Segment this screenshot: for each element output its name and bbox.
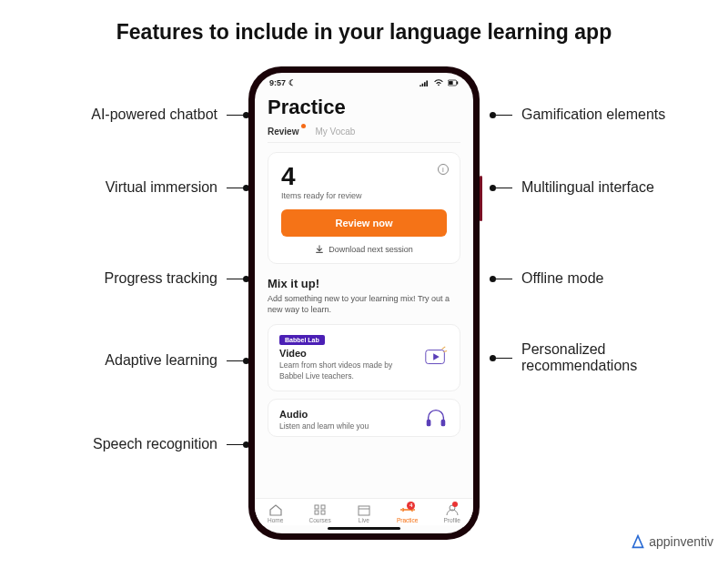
status-bar: 9:57 ☾	[255, 73, 473, 90]
feature-label: Gamification elements	[521, 106, 665, 123]
feature-label: Adaptive learning	[105, 352, 217, 369]
feature-virtual-immersion: Virtual immersion	[106, 179, 249, 196]
feature-personalized: Personalized recommendations	[490, 341, 708, 374]
signal-icon	[419, 79, 430, 86]
download-next-link[interactable]: Download next session	[281, 245, 447, 254]
bottom-nav: Home Courses Live 4 Practice	[255, 498, 473, 525]
feature-gamification: Gamification elements	[490, 106, 665, 123]
tab-review[interactable]: Review	[268, 127, 298, 137]
tab-my-vocab[interactable]: My Vocab	[315, 127, 355, 137]
video-card[interactable]: Babbel Lab Video Learn from short videos…	[268, 324, 460, 391]
lab-badge: Babbel Lab	[279, 335, 325, 345]
brand-watermark: appinventiv	[631, 534, 713, 549]
connector	[490, 276, 512, 282]
svg-rect-7	[321, 505, 325, 509]
info-icon[interactable]: i	[438, 164, 449, 175]
grid-icon	[313, 503, 328, 516]
screen-title: Practice	[268, 96, 460, 119]
review-count: 4	[281, 164, 447, 189]
nav-badge	[452, 502, 458, 507]
home-indicator	[328, 527, 400, 530]
svg-rect-6	[315, 505, 318, 509]
svg-rect-5	[441, 420, 446, 426]
review-count-label: Items ready for review	[281, 191, 447, 200]
nav-home[interactable]: Home	[268, 503, 283, 523]
connector	[227, 112, 249, 118]
mix-subtitle: Add something new to your learning mix! …	[268, 293, 460, 315]
connector	[227, 185, 249, 191]
feature-label: Offline mode	[521, 270, 603, 287]
review-now-button[interactable]: Review now	[281, 209, 447, 237]
svg-rect-9	[321, 511, 325, 514]
svg-rect-2	[449, 81, 453, 85]
feature-ai-chatbot: AI-powered chatbot	[91, 106, 249, 123]
play-video-icon	[423, 345, 449, 370]
connector	[490, 355, 512, 361]
moon-icon: ☾	[286, 78, 296, 87]
mix-heading: Mix it up!	[268, 277, 460, 290]
nav-courses[interactable]: Courses	[308, 503, 330, 523]
svg-rect-8	[315, 511, 318, 514]
svg-rect-1	[457, 82, 459, 85]
wifi-icon	[433, 79, 444, 86]
diagram-container: AI-powered chatbot Virtual immersion Pro…	[0, 45, 728, 554]
feature-offline: Offline mode	[490, 270, 603, 287]
feature-label: Multilingual interface	[521, 179, 654, 196]
feature-label: Progress tracking	[105, 270, 218, 287]
feature-label: AI-powered chatbot	[91, 106, 217, 123]
feature-speech-recognition: Speech recognition	[93, 436, 249, 452]
audio-desc: Listen and learn while you	[279, 421, 407, 431]
connector	[490, 112, 512, 118]
review-card: i 4 Items ready for review Review now Do…	[268, 152, 460, 264]
connector	[227, 276, 249, 282]
connector	[227, 441, 249, 448]
video-desc: Learn from short videos made by Babbel L…	[279, 360, 407, 381]
download-icon	[315, 245, 324, 254]
feature-label: Personalized recommendations	[521, 341, 708, 374]
audio-card[interactable]: Audio Listen and learn while you	[268, 399, 460, 436]
feature-label: Virtual immersion	[106, 179, 217, 196]
page-title: Features to include in your language lea…	[0, 0, 728, 45]
svg-rect-4	[427, 420, 431, 426]
nav-profile[interactable]: Profile	[443, 503, 460, 523]
calendar-icon	[357, 503, 371, 516]
brand-logo-icon	[631, 534, 645, 549]
phone-mockup: 9:57 ☾ Practice Review My Vocab i	[248, 66, 480, 540]
status-time: 9:57 ☾	[269, 78, 296, 87]
feature-label: Speech recognition	[93, 436, 217, 452]
feature-multilingual: Multilingual interface	[490, 179, 654, 196]
feature-progress-tracking: Progress tracking	[105, 270, 250, 287]
tabs: Review My Vocab	[268, 127, 460, 143]
feature-adaptive-learning: Adaptive learning	[105, 352, 249, 369]
battery-icon	[448, 79, 459, 86]
connector	[490, 185, 512, 191]
headphones-icon	[423, 405, 449, 431]
connector	[227, 358, 249, 364]
nav-live[interactable]: Live	[357, 503, 371, 523]
svg-rect-10	[359, 506, 369, 515]
nav-practice[interactable]: 4 Practice	[397, 503, 418, 523]
notification-dot	[301, 124, 306, 128]
home-icon	[268, 503, 283, 516]
phone-screen: 9:57 ☾ Practice Review My Vocab i	[255, 73, 473, 533]
